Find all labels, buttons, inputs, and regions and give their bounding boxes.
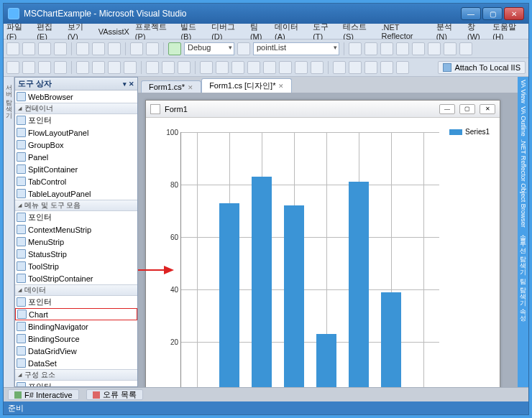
form-maximize-button[interactable]: ▢ bbox=[459, 104, 475, 114]
right-tab[interactable]: 팀 탐색기 bbox=[518, 274, 528, 302]
menu-item[interactable]: 테스트(S) bbox=[343, 22, 375, 41]
toolbox-item[interactable]: 포인터 bbox=[15, 114, 137, 126]
menu-item[interactable]: 프로젝트(P) bbox=[135, 22, 175, 41]
toolbox-group-header[interactable]: 데이터 bbox=[15, 284, 137, 296]
toolbar-icon[interactable] bbox=[364, 42, 377, 55]
toolbox-item[interactable]: 포인터 bbox=[15, 381, 137, 386]
redo-icon[interactable] bbox=[146, 42, 159, 55]
menu-item[interactable]: 데이터(A) bbox=[275, 22, 307, 41]
save-all-icon[interactable] bbox=[54, 42, 67, 55]
toolbox-item[interactable]: DataGridView bbox=[15, 345, 137, 357]
right-tab[interactable]: VA Outline bbox=[520, 106, 527, 136]
toolbar-icon[interactable] bbox=[54, 61, 67, 74]
menu-item[interactable]: 도움말(H) bbox=[492, 22, 526, 41]
copy-icon[interactable] bbox=[92, 42, 105, 55]
toolbox-item[interactable]: WebBrowser bbox=[15, 90, 137, 103]
right-tab[interactable]: 속성 bbox=[518, 304, 528, 317]
document-tab[interactable]: Form1.cs [디자인]*✕ bbox=[201, 78, 292, 93]
toolbar-icon[interactable] bbox=[349, 61, 362, 74]
tab-close-icon[interactable]: ✕ bbox=[278, 83, 284, 90]
toolbar-icon[interactable] bbox=[108, 61, 121, 74]
design-canvas[interactable]: Form1 — ▢ ✕ Series1 0204060801001234567 bbox=[138, 93, 518, 387]
toolbox-item[interactable]: GroupBox bbox=[15, 139, 137, 151]
menu-item[interactable]: 분석(N) bbox=[436, 22, 462, 41]
toolbar-icon[interactable] bbox=[396, 42, 409, 55]
toolbar-icon[interactable] bbox=[380, 42, 393, 55]
right-tab-strip[interactable]: VA ViewVA Outline.NET Reflector Object B… bbox=[518, 77, 528, 387]
toolbar-icon[interactable] bbox=[263, 61, 276, 74]
toolbar-icon[interactable] bbox=[428, 42, 441, 55]
pin-icon[interactable]: ▾ ✕ bbox=[123, 80, 134, 88]
document-tab[interactable]: Form1.cs*✕ bbox=[141, 80, 201, 93]
new-icon[interactable] bbox=[6, 42, 19, 55]
toolbar-icon[interactable] bbox=[295, 61, 308, 74]
toolbar-icon[interactable] bbox=[333, 61, 346, 74]
toolbox-item[interactable]: TabControl bbox=[15, 175, 137, 187]
right-tab[interactable]: VA View bbox=[520, 80, 527, 103]
menu-item[interactable]: 보기(V) bbox=[68, 22, 93, 41]
menu-item[interactable]: 편집(E) bbox=[37, 22, 62, 41]
toolbox-item[interactable]: BindingNavigator bbox=[15, 320, 137, 333]
toolbar-icon[interactable] bbox=[459, 42, 472, 55]
toolbar-icon[interactable] bbox=[279, 61, 292, 74]
menu-item[interactable]: .NET Reflector bbox=[382, 23, 431, 40]
toolbar-icon[interactable] bbox=[6, 61, 19, 74]
form-minimize-button[interactable]: — bbox=[439, 104, 455, 114]
toolbox-group-header[interactable]: 메뉴 및 도구 모음 bbox=[15, 200, 137, 211]
toolbox-item[interactable]: ToolStripContainer bbox=[15, 272, 137, 284]
attach-iis-button[interactable]: Attach To Local IIS bbox=[438, 61, 526, 74]
toolbox-item[interactable]: Chart bbox=[15, 308, 137, 320]
toolbox-item[interactable]: MenuStrip bbox=[15, 236, 137, 248]
toolbar-icon[interactable] bbox=[412, 42, 425, 55]
target-combo[interactable]: pointList bbox=[253, 42, 339, 55]
toolbar-icon[interactable] bbox=[22, 61, 35, 74]
toolbar-icon[interactable] bbox=[162, 61, 175, 74]
form-window[interactable]: Form1 — ▢ ✕ Series1 0204060801001234567 bbox=[145, 100, 500, 387]
menu-item[interactable]: 빌드(B) bbox=[180, 22, 206, 41]
open-icon[interactable] bbox=[22, 42, 35, 55]
right-tab[interactable]: .NET Reflector Object Browser bbox=[520, 139, 527, 228]
chart-control[interactable]: Series1 02040608010012345678 bbox=[153, 125, 492, 387]
toolbox-group-header[interactable]: 구성 요소 bbox=[15, 369, 137, 381]
toolbar-icon[interactable] bbox=[364, 61, 377, 74]
menu-item[interactable]: 팀(M) bbox=[250, 22, 269, 41]
toolbar-icon[interactable] bbox=[178, 61, 191, 74]
toolbar-icon[interactable] bbox=[237, 42, 250, 55]
toolbox-item[interactable]: 포인터 bbox=[15, 296, 137, 308]
toolbar-icon[interactable] bbox=[231, 61, 244, 74]
toolbox-item[interactable]: ContextMenuStrip bbox=[15, 223, 137, 236]
menu-item[interactable]: 창(W) bbox=[467, 22, 487, 41]
right-tab[interactable]: 솔루션 탐색기 bbox=[518, 230, 528, 271]
minimize-button[interactable]: — bbox=[461, 7, 481, 20]
toolbar-icon[interactable] bbox=[311, 61, 324, 74]
toolbar-icon[interactable] bbox=[38, 61, 51, 74]
toolbox-item[interactable]: SplitContainer bbox=[15, 163, 137, 175]
toolbar-icon[interactable] bbox=[247, 61, 260, 74]
form-close-button[interactable]: ✕ bbox=[480, 104, 495, 114]
toolbar-icon[interactable] bbox=[380, 61, 393, 74]
menu-item[interactable]: 도구(T) bbox=[313, 22, 337, 41]
toolbar-icon[interactable] bbox=[200, 61, 213, 74]
menu-item[interactable]: VAssistX bbox=[98, 27, 129, 36]
toolbox-item[interactable]: DataSet bbox=[15, 357, 137, 369]
toolbox-item[interactable]: BindingSource bbox=[15, 333, 137, 345]
toolbar-icon[interactable] bbox=[124, 61, 137, 74]
toolbox-group-header[interactable]: 컨테이너 bbox=[15, 103, 137, 114]
left-tab-strip[interactable]: 서버 탐색기 bbox=[4, 77, 14, 387]
toolbar-icon[interactable] bbox=[216, 61, 229, 74]
undo-icon[interactable] bbox=[130, 42, 143, 55]
save-icon[interactable] bbox=[38, 42, 51, 55]
menu-item[interactable]: 디버그(D) bbox=[211, 22, 244, 41]
status-tab-errors[interactable]: 오류 목록 bbox=[86, 389, 143, 400]
toolbox-item[interactable]: 포인터 bbox=[15, 211, 137, 223]
status-tab-fsharp[interactable]: F# Interactive bbox=[8, 389, 79, 400]
close-button[interactable]: ✕ bbox=[504, 7, 524, 20]
toolbar-icon[interactable] bbox=[444, 42, 457, 55]
cut-icon[interactable] bbox=[76, 42, 89, 55]
toolbar-icon[interactable] bbox=[76, 61, 89, 74]
toolbox-item[interactable]: StatusStrip bbox=[15, 248, 137, 260]
toolbox-item[interactable]: FlowLayoutPanel bbox=[15, 126, 137, 139]
left-tab-label[interactable]: 서버 탐색기 bbox=[4, 80, 14, 114]
toolbox-item[interactable]: TableLayoutPanel bbox=[15, 187, 137, 200]
toolbox-item[interactable]: Panel bbox=[15, 151, 137, 163]
